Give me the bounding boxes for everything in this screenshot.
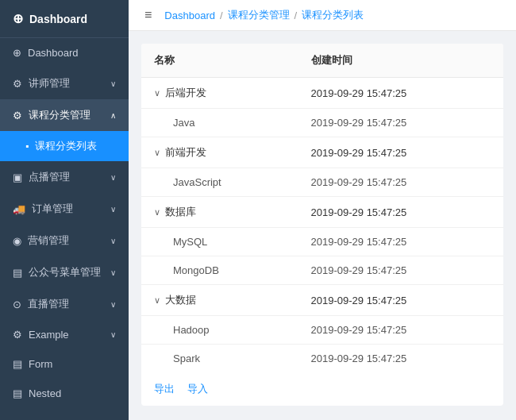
table-row: JavaScript2019-09-29 15:47:25 (141, 168, 503, 197)
sidebar-label-form: Form (29, 358, 52, 370)
table-row: Hadoop2019-09-29 15:47:25 (141, 316, 503, 345)
chevron-down-icon7: ∨ (110, 330, 116, 339)
sidebar-label-example: Example (29, 329, 69, 341)
sidebar-label-order: 订单管理 (32, 202, 73, 216)
breadcrumb-current: 课程分类列表 (302, 8, 364, 22)
sidebar-icon-nested: ▤ (13, 387, 22, 399)
topbar: ≡ Dashboard / 课程分类管理 / 课程分类列表 (129, 0, 516, 31)
sidebar-label-nested: Nested (29, 387, 61, 399)
sidebar: ⊕ Dashboard ⊕ Dashboard ⚙ 讲师管理 ∨ ⚙ 课程分类管… (0, 0, 129, 420)
chevron-down-icon6: ∨ (110, 300, 116, 309)
sidebar-item-dashboard[interactable]: ⊕ Dashboard (0, 38, 129, 67)
sidebar-label-marketing: 营销管理 (28, 233, 69, 248)
sidebar-item-order[interactable]: 🚚 订单管理 ∨ (0, 193, 129, 225)
sidebar-subitem-course-category-list[interactable]: ▪ 课程分类列表 (0, 131, 129, 161)
sidebar-icon-wechat-menu: ▤ (13, 267, 22, 279)
sidebar-label-wechat-menu: 公众号菜单管理 (29, 265, 101, 279)
chevron-down-icon5: ∨ (110, 268, 116, 277)
sidebar-item-marketing[interactable]: ◉ 营销管理 ∨ (0, 225, 129, 256)
sidebar-item-broadcast[interactable]: ▣ 点播管理 ∨ (0, 161, 129, 193)
sidebar-label-course-category: 课程分类管理 (29, 108, 90, 122)
content-area: 名称 创建时间 ∨后端开发2019-09-29 15:47:25Java2019… (129, 31, 516, 420)
col-time: 创建时间 (298, 44, 503, 78)
dashboard-icon: ⊕ (13, 11, 23, 26)
sidebar-icon-lecturer: ⚙ (13, 78, 22, 90)
sidebar-item-wechat-menu[interactable]: ▤ 公众号菜单管理 ∨ (0, 256, 129, 288)
breadcrumb-sep2: / (295, 10, 298, 21)
chevron-up-icon: ∧ (110, 111, 116, 120)
sidebar-icon-dashboard: ⊕ (13, 47, 21, 59)
sidebar-header: ⊕ Dashboard (0, 0, 129, 38)
sidebar-title: Dashboard (29, 13, 87, 25)
breadcrumb-course-category[interactable]: 课程分类管理 (228, 8, 290, 22)
chevron-down-icon3: ∨ (110, 205, 116, 214)
table-row: ∨数据库2019-09-29 15:47:25 (141, 197, 503, 228)
category-table: 名称 创建时间 ∨后端开发2019-09-29 15:47:25Java2019… (141, 44, 503, 372)
table-row: Spark2019-09-29 15:47:25 (141, 345, 503, 373)
sidebar-icon-order: 🚚 (13, 203, 25, 215)
breadcrumb: Dashboard / 课程分类管理 / 课程分类列表 (164, 8, 364, 22)
sidebar-icon-broadcast: ▣ (13, 171, 22, 183)
menu-toggle-icon[interactable]: ≡ (144, 8, 152, 22)
sidebar-icon-marketing: ◉ (13, 235, 21, 247)
table-row: MySQL2019-09-29 15:47:25 (141, 228, 503, 256)
table-footer: 导出 导入 (141, 372, 503, 406)
sidebar-item-form[interactable]: ▤ Form (0, 349, 129, 379)
sidebar-icon-example: ⚙ (13, 329, 22, 341)
sidebar-label-broadcast: 点播管理 (29, 170, 70, 184)
table-row: Java2019-09-29 15:47:25 (141, 109, 503, 137)
sidebar-sublabel-course-category-list: 课程分类列表 (35, 139, 97, 153)
sidebar-item-live[interactable]: ⊙ 直播管理 ∨ (0, 288, 129, 320)
col-name: 名称 (141, 44, 298, 78)
table-row: ∨后端开发2019-09-29 15:47:25 (141, 78, 503, 109)
table-row: MongoDB2019-09-29 15:47:25 (141, 256, 503, 285)
sidebar-label-dashboard: Dashboard (28, 47, 79, 59)
rectangle-icon: ▪ (25, 141, 29, 152)
sidebar-item-lecturer[interactable]: ⚙ 讲师管理 ∨ (0, 67, 129, 99)
sidebar-icon-course-category: ⚙ (13, 110, 22, 121)
import-link[interactable]: 导入 (187, 382, 208, 396)
chevron-down-icon4: ∨ (110, 237, 116, 245)
chevron-down-icon: ∨ (110, 79, 116, 88)
sidebar-icon-form: ▤ (13, 358, 22, 370)
main-content: ≡ Dashboard / 课程分类管理 / 课程分类列表 名称 创建时间 ∨后… (129, 0, 516, 420)
table-container: 名称 创建时间 ∨后端开发2019-09-29 15:47:25Java2019… (141, 44, 503, 406)
breadcrumb-dashboard[interactable]: Dashboard (164, 10, 215, 21)
table-row: ∨大数据2019-09-29 15:47:25 (141, 285, 503, 316)
sidebar-item-nested[interactable]: ▤ Nested (0, 379, 129, 408)
sidebar-label-lecturer: 讲师管理 (29, 76, 70, 91)
table-row: ∨前端开发2019-09-29 15:47:25 (141, 137, 503, 168)
chevron-down-icon2: ∨ (110, 173, 116, 182)
export-link[interactable]: 导出 (154, 382, 175, 396)
sidebar-item-course-category[interactable]: ⚙ 课程分类管理 ∧ (0, 99, 129, 131)
sidebar-label-live: 直播管理 (28, 297, 69, 311)
sidebar-item-example[interactable]: ⚙ Example ∨ (0, 320, 129, 349)
table-header-row: 名称 创建时间 (141, 44, 503, 78)
sidebar-icon-live: ⊙ (13, 299, 21, 310)
breadcrumb-sep1: / (220, 10, 223, 21)
